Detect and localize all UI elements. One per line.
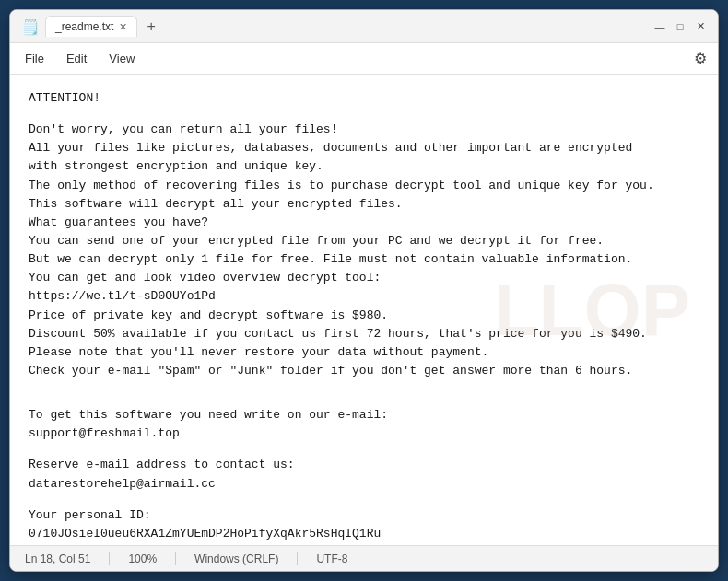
text-content[interactable]: LLOP ATTENTION! Don't worry, you can ret… [10,75,718,545]
text-line-6: The only method of recovering files is t… [29,177,699,195]
text-line-26: 0710JOsieI0ueu6RXA1ZmYUEmDP2HoPifyXqAkr5… [29,525,699,543]
text-line-16: Check your e-mail "Spam" or "Junk" folde… [29,362,699,380]
tab-area: _readme.txt ✕ + [45,16,653,37]
text-line-22: Reserve e-mail address to contact us: [29,456,699,474]
menubar: File Edit View ⚙ [10,43,718,75]
settings-icon[interactable]: ⚙ [694,50,707,67]
line-ending: Windows (CRLF) [176,552,298,565]
window-controls: — □ ✕ [653,20,707,33]
text-line-25: Your personal ID: [29,506,699,525]
text-line-13: Price of private key and decrypt softwar… [29,307,699,325]
menu-file[interactable]: File [21,50,48,67]
text-line-5: with strongest encryption and unique key… [29,157,699,176]
active-tab[interactable]: _readme.txt ✕ [45,16,137,37]
tab-label: _readme.txt [55,20,113,33]
statusbar: Ln 18, Col 51 100% Windows (CRLF) UTF-8 [10,545,718,571]
text-line-1: ATTENTION! [29,89,699,108]
minimize-button[interactable]: — [653,20,666,33]
menu-view[interactable]: View [105,50,138,67]
text-line-7: This software will decrypt all your encr… [29,195,699,214]
text-line-20: support@freshmail.top [29,424,699,443]
text-line-10: But we can decrypt only 1 file for free.… [29,250,699,269]
text-line-3: Don't worry, you can return all your fil… [29,121,699,139]
text-line-9: You can send one of your encrypted file … [29,232,699,250]
zoom-level: 100% [110,552,176,565]
text-line-12: https://we.tl/t-sD0OUYo1Pd [29,287,699,306]
encoding: UTF-8 [298,552,366,565]
menu-edit[interactable]: Edit [63,50,90,67]
cursor-position: Ln 18, Col 51 [25,552,110,565]
text-line-15: Please note that you'll never restore yo… [29,343,699,362]
text-line-8: What guarantees you have? [29,214,699,232]
titlebar: 🗒️ _readme.txt ✕ + — □ ✕ [10,10,718,43]
close-button[interactable]: ✕ [694,20,707,33]
new-tab-button[interactable]: + [141,18,160,35]
text-line-23: datarestorehelp@airmail.cc [29,475,699,494]
text-line-4: All your files like pictures, databases,… [29,139,699,157]
text-line-14: Discount 50% available if you contact us… [29,325,699,343]
text-line-19: To get this software you need write on o… [29,406,699,424]
app-icon: 🗒️ [21,18,38,35]
text-line-11: You can get and look video overview decr… [29,269,699,287]
maximize-button[interactable]: □ [674,20,687,33]
tab-close-button[interactable]: ✕ [119,21,127,33]
notepad-window: 🗒️ _readme.txt ✕ + — □ ✕ File Edit View … [9,9,719,572]
